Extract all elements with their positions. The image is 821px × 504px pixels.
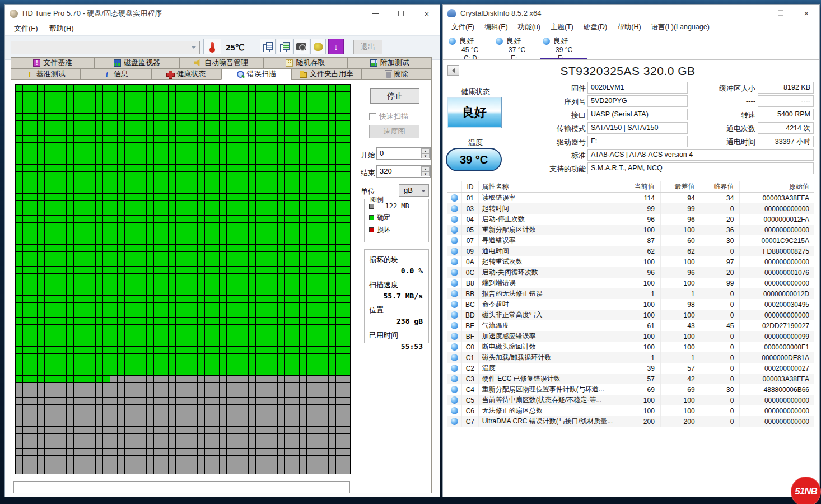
scan-block xyxy=(314,194,321,200)
scan-block xyxy=(118,85,124,91)
scan-block xyxy=(249,143,255,150)
scan-block xyxy=(241,106,248,113)
scan-block xyxy=(343,106,350,113)
close-button[interactable]: × xyxy=(794,5,819,21)
scan-block xyxy=(278,274,284,281)
exit-button[interactable]: 退出 xyxy=(353,40,382,54)
speed-map-button[interactable]: 速度图 xyxy=(369,125,419,138)
scan-block xyxy=(212,194,219,200)
scan-block xyxy=(38,296,44,302)
disk-tab[interactable]: 良好39 °CF: xyxy=(539,35,586,58)
health-status-button[interactable]: 良好 xyxy=(447,97,502,128)
tab-folder-usage[interactable]: 文件夹占用率 xyxy=(291,68,361,80)
disk-tab[interactable]: 良好37 °CE: xyxy=(492,35,539,58)
menu-item[interactable]: 硬盘(D) xyxy=(579,22,612,32)
scan-block xyxy=(118,106,124,113)
scan-block xyxy=(88,252,95,259)
raw-value: 000003A38FFA xyxy=(740,193,814,203)
minimize-button[interactable] xyxy=(742,5,768,21)
start-input[interactable]: 0 ▲▼ xyxy=(376,147,431,160)
menu-item[interactable]: 功能(u) xyxy=(513,22,545,32)
scan-block xyxy=(292,179,299,186)
scan-block xyxy=(263,143,270,150)
end-input[interactable]: 320 ▲▼ xyxy=(376,165,431,178)
scan-block xyxy=(220,288,226,295)
spin-down-icon[interactable]: ▼ xyxy=(421,171,430,176)
maximize-button[interactable] xyxy=(768,5,794,21)
table-row: 05重新分配扇区计数10010036000000000000 xyxy=(447,225,814,235)
scan-block xyxy=(176,288,183,295)
threshold-value: 45 xyxy=(701,320,740,331)
scan-block xyxy=(169,92,175,99)
scan-block xyxy=(307,288,314,295)
status-column-header xyxy=(447,181,462,192)
tab-random-access[interactable]: 随机存取 xyxy=(263,57,347,68)
menu-item[interactable]: 帮助(H) xyxy=(612,22,646,32)
scan-block xyxy=(343,419,350,426)
scan-block xyxy=(23,412,30,419)
unit-select[interactable]: gB xyxy=(399,184,429,197)
scan-block xyxy=(183,143,190,150)
tab-file-benchmark[interactable]: 文件基准 xyxy=(11,57,95,68)
scan-block xyxy=(212,201,219,208)
menu-item[interactable]: 主题(T) xyxy=(545,22,579,32)
tab-extra-tests[interactable]: 附加测试 xyxy=(348,57,432,68)
menu-item[interactable]: 语言(L)(Language) xyxy=(646,22,715,32)
maximize-button[interactable] xyxy=(388,5,414,22)
close-button[interactable]: × xyxy=(414,5,440,22)
scan-block xyxy=(38,288,44,295)
copy-image-button[interactable] xyxy=(277,39,292,54)
scan-block xyxy=(59,449,66,455)
scan-block xyxy=(278,419,284,426)
tab-benchmark[interactable]: 基准测试 xyxy=(11,68,81,80)
tab-noise-management[interactable]: 自动噪音管理 xyxy=(179,57,263,68)
tab-health[interactable]: 健康状态 xyxy=(151,68,221,80)
menu-item[interactable]: 文件(F) xyxy=(8,24,44,34)
scan-block xyxy=(300,114,306,120)
scan-block xyxy=(96,179,102,186)
disk-tab[interactable]: 良好45 °CC: D: xyxy=(445,35,492,58)
scan-block xyxy=(38,412,44,419)
stop-button[interactable]: 停止 xyxy=(370,88,419,104)
scan-block xyxy=(88,339,95,346)
scan-block xyxy=(59,281,66,288)
scan-block xyxy=(278,143,284,150)
copy-button[interactable] xyxy=(260,39,276,54)
minimize-button[interactable] xyxy=(362,5,388,22)
scan-block xyxy=(23,128,30,135)
scan-block xyxy=(176,99,183,106)
scan-block xyxy=(198,434,204,441)
tab-erase[interactable]: 擦除 xyxy=(362,68,432,80)
donate-button[interactable] xyxy=(310,39,326,54)
scan-block xyxy=(45,339,52,346)
menu-item[interactable]: 文件(F) xyxy=(446,22,479,32)
scan-block xyxy=(125,143,132,150)
temperature-button[interactable] xyxy=(203,39,221,54)
scan-block xyxy=(125,434,132,441)
tab-disk-monitor[interactable]: 磁盘监视器 xyxy=(95,57,179,68)
screenshot-button[interactable] xyxy=(293,39,309,54)
back-button[interactable] xyxy=(447,65,459,76)
scan-block xyxy=(45,405,52,412)
spin-down-icon[interactable]: ▼ xyxy=(421,153,430,158)
scan-block xyxy=(220,361,226,368)
scan-block xyxy=(81,288,88,295)
tab-error-scan[interactable]: 错误扫描 xyxy=(221,68,291,80)
scan-block xyxy=(45,165,52,171)
scan-block xyxy=(96,288,102,295)
scan-block xyxy=(81,106,88,113)
menu-item[interactable]: 帮助(H) xyxy=(44,24,80,34)
menu-item[interactable]: 编辑(E) xyxy=(479,22,513,32)
quick-scan-checkbox[interactable] xyxy=(369,113,376,120)
scan-block xyxy=(96,128,102,135)
scan-block xyxy=(125,121,132,128)
download-button[interactable]: ↓ xyxy=(328,39,344,54)
spin-up-icon[interactable]: ▲ xyxy=(421,148,430,153)
spin-up-icon[interactable]: ▲ xyxy=(421,166,430,171)
drive-select[interactable]: UNITEK ASM1153E (320 gB) xyxy=(11,41,200,54)
scan-block xyxy=(314,172,321,179)
scan-block xyxy=(74,325,81,332)
tab-info[interactable]: 信息 xyxy=(81,68,151,80)
scan-block xyxy=(220,208,226,215)
scan-block xyxy=(234,390,241,397)
